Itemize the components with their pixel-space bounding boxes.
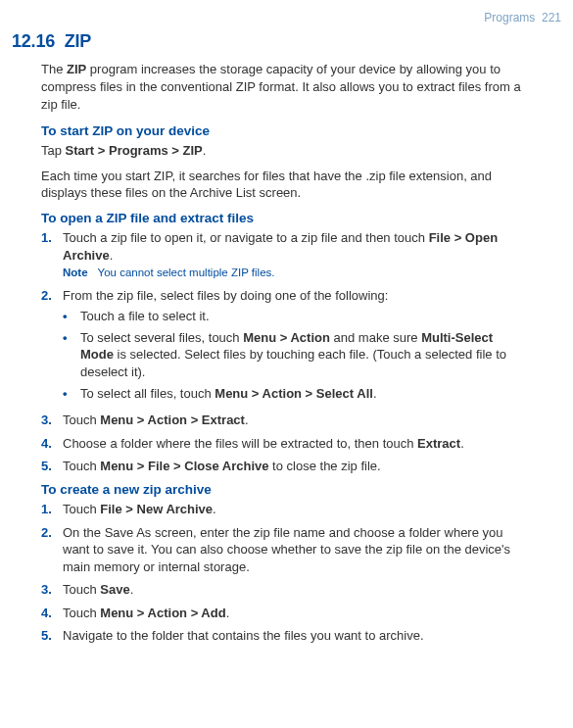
step-text: Touch Menu > Action > Extract. bbox=[63, 412, 526, 429]
bullet-text: Touch a file to select it. bbox=[80, 308, 526, 325]
step-number: 3. bbox=[41, 581, 63, 599]
step-text: Touch Save. bbox=[63, 581, 526, 599]
step-text: Touch a zip file to open it, or navigate… bbox=[63, 230, 498, 263]
page-header: Programs 221 bbox=[12, 10, 561, 25]
step-number: 5. bbox=[41, 458, 63, 475]
step-number: 2. bbox=[41, 524, 63, 576]
section-number: 12.16 bbox=[12, 31, 55, 51]
list-item: 5. Touch Menu > File > Close Archive to … bbox=[41, 458, 526, 475]
chapter-name: Programs bbox=[484, 11, 535, 24]
open-steps: 1. Touch a zip file to open it, or navig… bbox=[41, 229, 526, 475]
step-text: Choose a folder where the files will be … bbox=[63, 435, 526, 453]
section-title: 12.16 ZIP bbox=[12, 29, 561, 53]
note-label: Note bbox=[63, 267, 88, 278]
start-heading: To start ZIP on your device bbox=[41, 122, 561, 140]
step-number: 3. bbox=[41, 412, 63, 429]
list-item: 3. Touch Save. bbox=[41, 581, 526, 599]
bullet-dot-icon: • bbox=[63, 385, 80, 403]
page-number: 221 bbox=[542, 11, 561, 24]
step-number: 1. bbox=[41, 501, 63, 518]
step-text: From the zip file, select files by doing… bbox=[63, 288, 388, 303]
step-text: Touch Menu > Action > Add. bbox=[63, 605, 526, 622]
step-number: 4. bbox=[41, 435, 63, 453]
list-item: 2. On the Save As screen, enter the zip … bbox=[41, 524, 526, 576]
open-heading: To open a ZIP file and extract files bbox=[41, 210, 561, 227]
bullet-list: • Touch a file to select it. • To select… bbox=[63, 308, 526, 402]
list-item: 1. Touch a zip file to open it, or navig… bbox=[41, 229, 526, 281]
note-text: You cannot select multiple ZIP files. bbox=[98, 267, 275, 278]
create-heading: To create a new zip archive bbox=[41, 481, 561, 499]
bullet-dot-icon: • bbox=[63, 308, 80, 325]
step-number: 1. bbox=[41, 229, 63, 281]
list-item: 3. Touch Menu > Action > Extract. bbox=[41, 412, 526, 429]
list-item: 2. From the zip file, select files by do… bbox=[41, 287, 526, 406]
bullet-text: To select all files, touch Menu > Action… bbox=[80, 385, 526, 403]
step-text: On the Save As screen, enter the zip fil… bbox=[63, 524, 526, 576]
bullet-text: To select several files, touch Menu > Ac… bbox=[80, 329, 526, 381]
list-item: 5. Navigate to the folder that contains … bbox=[41, 627, 526, 645]
step-text: Navigate to the folder that contains the… bbox=[63, 627, 526, 645]
step-text: Touch File > New Archive. bbox=[63, 501, 526, 518]
section-name: ZIP bbox=[65, 31, 91, 51]
bullet-item: • To select all files, touch Menu > Acti… bbox=[63, 385, 526, 403]
create-steps: 1. Touch File > New Archive. 2. On the S… bbox=[41, 501, 526, 645]
bullet-dot-icon: • bbox=[63, 329, 80, 381]
list-item: 4. Touch Menu > Action > Add. bbox=[41, 605, 526, 622]
step-content: From the zip file, select files by doing… bbox=[63, 287, 526, 406]
step-number: 4. bbox=[41, 605, 63, 622]
start-tap-line: Tap Start > Programs > ZIP. bbox=[41, 142, 526, 160]
start-description: Each time you start ZIP, it searches for… bbox=[41, 168, 526, 202]
intro-paragraph: The ZIP program increases the storage ca… bbox=[41, 61, 526, 113]
step-content: Touch a zip file to open it, or navigate… bbox=[63, 229, 526, 281]
note-line: NoteYou cannot select multiple ZIP files… bbox=[63, 266, 526, 281]
bullet-item: • To select several files, touch Menu > … bbox=[63, 329, 526, 381]
step-number: 5. bbox=[41, 627, 63, 645]
step-text: Touch Menu > File > Close Archive to clo… bbox=[63, 458, 526, 475]
step-number: 2. bbox=[41, 287, 63, 406]
bullet-item: • Touch a file to select it. bbox=[63, 308, 526, 325]
list-item: 1. Touch File > New Archive. bbox=[41, 501, 526, 518]
list-item: 4. Choose a folder where the files will … bbox=[41, 435, 526, 453]
